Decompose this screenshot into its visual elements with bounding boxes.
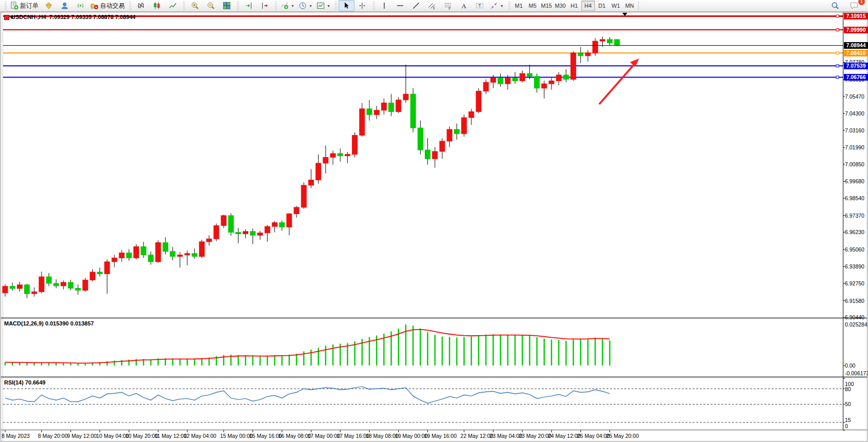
toolbar-grip [507,2,510,10]
vertical-line-button[interactable] [377,0,392,11]
autotrading-button[interactable]: 自动交易 [88,0,127,11]
tile-windows-button[interactable] [219,0,234,11]
candle-body [389,103,394,111]
label-icon: T [476,2,484,10]
zoom-in-button[interactable] [187,0,203,11]
candle-body [17,285,22,289]
timeframe-d1-button[interactable]: D1 [595,1,609,11]
candle-body [396,100,401,112]
bar-chart-button[interactable] [133,0,149,11]
candle-body [119,253,124,258]
timeframe-mn-button[interactable]: MN [623,1,637,11]
chevron-down-icon[interactable]: ▼ [291,4,294,8]
candle-body [301,185,306,207]
price-line-handle[interactable] [836,15,839,17]
search-button[interactable] [827,0,843,11]
signals-button[interactable] [72,0,88,11]
timeframe-h1-button[interactable]: H1 [567,1,581,11]
metaeditor-button[interactable] [41,0,56,11]
indicators-button[interactable]: ▼ [279,0,297,11]
candle-body [39,277,44,292]
label-button[interactable]: T [472,0,488,11]
candle-body [512,78,518,81]
timeframe-h4-button[interactable]: H4 [581,1,595,11]
chevron-down-icon[interactable]: ▼ [327,4,330,8]
candle-body [571,53,576,80]
candle-body [323,157,328,163]
crosshair-button[interactable] [354,0,370,11]
new-order-icon-label: 新订单 [20,2,38,10]
candle-body [520,73,525,81]
symbol-period-label: USDCNH-,H4 [11,14,46,20]
chart-collapse-icon[interactable] [4,15,9,20]
notification-badge: 1 [858,0,865,5]
candle-body [177,255,183,257]
svg-text:E: E [433,6,436,10]
zoom-in-icon [191,2,199,10]
candle-body [280,223,285,227]
candle-body [214,225,219,239]
cursor-button[interactable] [339,0,354,11]
candle-body [593,41,598,53]
toolbar-grip [128,2,131,10]
toolbar-grip [334,2,337,10]
annotation-arrow[interactable] [599,62,636,104]
candle-body [265,226,270,233]
candle-body [185,254,190,255]
autotrading-icon-label: 自动交易 [100,2,125,10]
zoom-out-button[interactable] [203,0,219,11]
candle-body [32,292,37,294]
shapes-icon [490,2,498,10]
chart-canvas[interactable] [0,0,868,442]
candlestick-chart-button[interactable] [149,0,165,11]
toolbar-separator [638,1,639,10]
svg-text:A: A [462,2,467,10]
macd-label: MACD(12,26,9) 0.015390 0.013857 [4,320,94,326]
new-order-button[interactable]: 新订单 [8,0,41,11]
chart-shift-button[interactable] [257,0,272,11]
signals-icon [76,2,85,10]
auto-scroll-icon [245,2,253,10]
candle-body [607,40,613,43]
timeframe-m1-button[interactable]: M1 [512,1,526,11]
ohlc-values: 7.09329 7.09335 7.08878 7.08944 [49,14,135,20]
candle-body [527,73,532,76]
text-button[interactable]: A [456,0,472,11]
horizontal-line-button[interactable] [392,0,408,11]
chevron-down-icon[interactable]: ▼ [500,4,504,8]
candle-body [126,253,131,258]
price-line-handle[interactable] [836,65,839,67]
bar-chart-icon [137,2,145,10]
timeframe-w1-button[interactable]: W1 [609,1,623,11]
line-chart-button[interactable] [165,0,181,11]
price-line-handle[interactable] [836,76,839,79]
candle-body [367,109,372,114]
channel-button[interactable]: E [424,0,440,11]
price-line-handle[interactable] [836,52,839,54]
chat-icon [850,2,858,10]
templates-button[interactable]: ▼ [314,0,332,11]
auto-scroll-button[interactable] [241,0,257,11]
horizontal-line-icon [396,2,404,10]
community-button[interactable] [56,0,72,11]
toolbar-grip [4,2,7,10]
periods-button[interactable]: ▼ [297,0,314,11]
price-line-handle[interactable] [836,29,839,31]
notifications-button[interactable]: 1 [846,0,862,11]
toolbar: 新订单自动交易▼▼▼EFAT▼M1M5M15M30H1H4D1W1MN1 [0,0,868,12]
templates-icon [317,2,325,10]
timeframe-m15-button[interactable]: M15 [540,1,554,11]
new-order-icon [10,2,18,10]
candle-body [75,288,81,290]
shapes-button[interactable]: ▼ [488,0,506,11]
timeframe-m5-button[interactable]: M5 [526,1,540,11]
fibonacci-button[interactable]: F [440,0,456,11]
chevron-down-icon[interactable]: ▼ [309,4,312,8]
trendline-button[interactable] [408,0,424,11]
candle-body [155,243,161,262]
candle-body [148,255,153,262]
candle-body [549,81,554,84]
candle-body [345,155,350,156]
timeframe-m30-button[interactable]: M30 [554,1,567,11]
candle-body [498,78,503,84]
